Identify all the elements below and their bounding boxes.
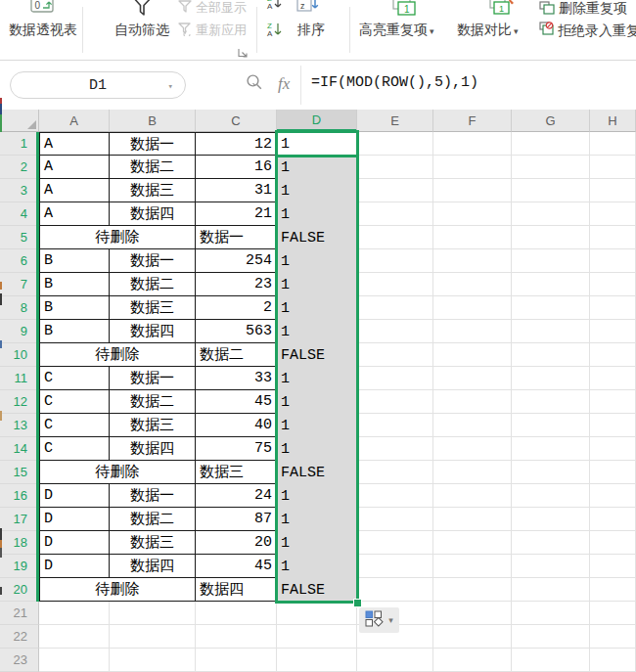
- cell-H5[interactable]: [590, 226, 636, 249]
- col-header-G[interactable]: G: [512, 110, 590, 132]
- cell-F7[interactable]: [433, 273, 512, 296]
- cell-G2[interactable]: [512, 156, 590, 179]
- cell-H12[interactable]: [590, 390, 636, 414]
- cell-G19[interactable]: [512, 555, 590, 578]
- cell-H23[interactable]: [590, 649, 636, 672]
- col-header-F[interactable]: F: [433, 110, 512, 132]
- cell-A3[interactable]: A: [39, 179, 110, 202]
- col-header-E[interactable]: E: [357, 110, 433, 132]
- select-all-corner[interactable]: [0, 110, 39, 132]
- cell-D20[interactable]: FALSE: [277, 578, 357, 602]
- row-header-2[interactable]: 2: [0, 156, 39, 179]
- col-header-D[interactable]: D: [277, 110, 357, 132]
- cell-D1[interactable]: 1: [277, 132, 357, 156]
- cell-D23[interactable]: [277, 649, 357, 672]
- cell-H14[interactable]: [590, 437, 636, 461]
- autofilter-button[interactable]: 自动筛选: [114, 22, 169, 39]
- cell-E11[interactable]: [357, 367, 433, 390]
- cell-C5[interactable]: 数据一: [196, 226, 277, 249]
- cell-F23[interactable]: [433, 649, 512, 672]
- cell-F9[interactable]: [433, 320, 512, 343]
- cell-B4[interactable]: 数据四: [110, 202, 196, 226]
- delete-duplicates-button[interactable]: 删除重复项: [539, 0, 627, 18]
- col-header-H[interactable]: H: [590, 110, 636, 132]
- cell-D11[interactable]: 1: [277, 367, 357, 390]
- row-header-10[interactable]: 10: [0, 343, 39, 367]
- row-header-15[interactable]: 15: [0, 461, 39, 484]
- cell-G15[interactable]: [512, 461, 590, 484]
- cell-F14[interactable]: [433, 437, 512, 461]
- cell-E20[interactable]: [357, 578, 433, 602]
- cell-A12[interactable]: C: [39, 390, 110, 414]
- cell-D16[interactable]: 1: [277, 484, 357, 508]
- cell-H11[interactable]: [590, 367, 636, 390]
- row-header-9[interactable]: 9: [0, 320, 39, 343]
- cell-F4[interactable]: [433, 202, 512, 226]
- cell-D21[interactable]: [277, 602, 357, 625]
- row-header-11[interactable]: 11: [0, 367, 39, 390]
- cell-D2[interactable]: 1: [277, 156, 357, 179]
- cell-C9[interactable]: 563: [196, 320, 277, 343]
- cell-C6[interactable]: 254: [196, 249, 277, 273]
- cell-D5[interactable]: FALSE: [277, 226, 357, 249]
- row-header-14[interactable]: 14: [0, 437, 39, 461]
- cell-E5[interactable]: [357, 226, 433, 249]
- cell-G12[interactable]: [512, 390, 590, 414]
- name-box[interactable]: D1 ▾: [10, 71, 186, 99]
- cell-H2[interactable]: [590, 156, 636, 179]
- cell-A9[interactable]: B: [39, 320, 110, 343]
- cell-G16[interactable]: [512, 484, 590, 508]
- cell-C12[interactable]: 45: [196, 390, 277, 414]
- row-header-16[interactable]: 16: [0, 484, 39, 508]
- cell-C23[interactable]: [196, 649, 277, 672]
- cell-H4[interactable]: [590, 202, 636, 226]
- cell-G21[interactable]: [512, 602, 590, 625]
- cell-A1[interactable]: A: [39, 132, 110, 156]
- cell-D10[interactable]: FALSE: [277, 343, 357, 367]
- cell-B7[interactable]: 数据二: [110, 273, 196, 296]
- cell-C21[interactable]: [196, 602, 277, 625]
- cell-C10[interactable]: 数据二: [196, 343, 277, 367]
- cell-F5[interactable]: [433, 226, 512, 249]
- cell-A13[interactable]: C: [39, 414, 110, 437]
- cell-F2[interactable]: [433, 156, 512, 179]
- cell-C7[interactable]: 23: [196, 273, 277, 296]
- cell-B22[interactable]: [110, 625, 196, 649]
- cell-H10[interactable]: [590, 343, 636, 367]
- cell-A16[interactable]: D: [39, 484, 110, 508]
- cell-H6[interactable]: [590, 249, 636, 273]
- cell-G23[interactable]: [512, 649, 590, 672]
- cell-A6[interactable]: B: [39, 249, 110, 273]
- cell-D3[interactable]: 1: [277, 179, 357, 202]
- highlight-duplicates-button[interactable]: 高亮重复项▾: [359, 22, 434, 39]
- cell-D17[interactable]: 1: [277, 508, 357, 531]
- cell-F13[interactable]: [433, 414, 512, 437]
- cell-E10[interactable]: [357, 343, 433, 367]
- cell-G3[interactable]: [512, 179, 590, 202]
- cell-F17[interactable]: [433, 508, 512, 531]
- cell-E3[interactable]: [357, 179, 433, 202]
- cell-G13[interactable]: [512, 414, 590, 437]
- cell-D12[interactable]: 1: [277, 390, 357, 414]
- cell-D19[interactable]: 1: [277, 555, 357, 578]
- cell-A17[interactable]: D: [39, 508, 110, 531]
- cell-B6[interactable]: 数据一: [110, 249, 196, 273]
- cell-H8[interactable]: [590, 296, 636, 320]
- cell-G6[interactable]: [512, 249, 590, 273]
- cell-A4[interactable]: A: [39, 202, 110, 226]
- cell-H21[interactable]: [590, 602, 636, 625]
- row-header-6[interactable]: 6: [0, 249, 39, 273]
- cell-A23[interactable]: [39, 649, 110, 672]
- cell-F8[interactable]: [433, 296, 512, 320]
- cell-G14[interactable]: [512, 437, 590, 461]
- fill-handle[interactable]: [353, 599, 362, 607]
- reapply-button[interactable]: 重新应用: [178, 22, 247, 39]
- cell-B17[interactable]: 数据二: [110, 508, 196, 531]
- cell-H17[interactable]: [590, 508, 636, 531]
- cell-G9[interactable]: [512, 320, 590, 343]
- cell-A11[interactable]: C: [39, 367, 110, 390]
- cell-B11[interactable]: 数据一: [110, 367, 196, 390]
- col-header-A[interactable]: A: [39, 110, 110, 132]
- cell-A22[interactable]: [39, 625, 110, 649]
- cell-G1[interactable]: [512, 132, 590, 156]
